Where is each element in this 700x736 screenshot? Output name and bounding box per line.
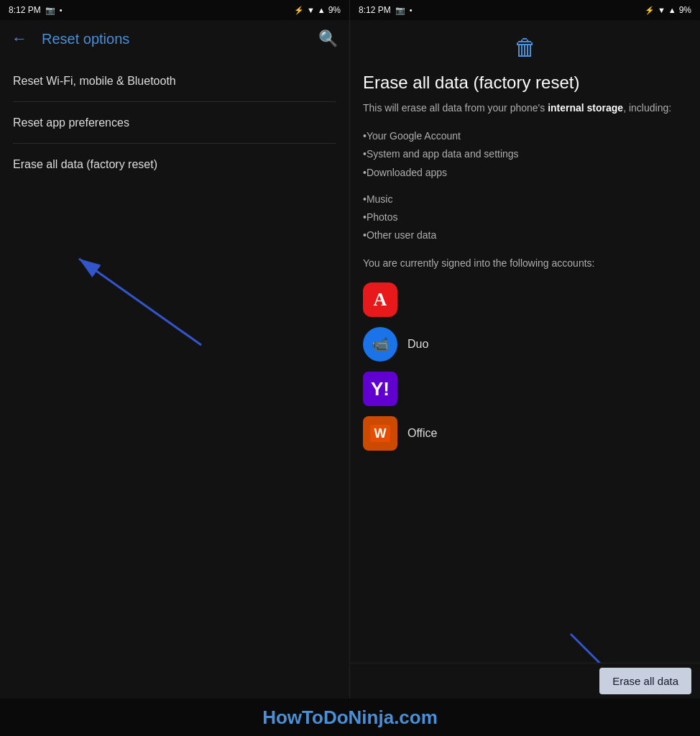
duo-camera-icon: 📹 [372, 336, 390, 353]
right-signal-icon: ▲ [668, 6, 676, 14]
erase-item-photos: •Photos [363, 208, 687, 226]
signal-icon: ▲ [318, 6, 326, 14]
watermark: HowToDoNinja.com [0, 699, 700, 736]
account-icon-duo: 📹 [363, 327, 397, 362]
adobe-letter: A [374, 289, 387, 310]
account-row-office: W Office [363, 416, 687, 451]
right-time: 8:12 PM [359, 5, 391, 15]
account-row-adobe: A [363, 282, 687, 317]
arrow-annotation-left [0, 201, 350, 417]
accounts-intro: You are currently signed into the follow… [363, 256, 687, 271]
erase-list-group2: •Music •Photos •Other user data [363, 190, 687, 245]
erase-desc-bold: internal storage [548, 102, 623, 114]
search-button[interactable]: 🔍 [313, 24, 344, 54]
right-dot-icon: • [410, 6, 413, 14]
app-bar: ← Reset options 🔍 [0, 20, 349, 58]
menu-item-factory-reset-label: Erase all data (factory reset) [13, 158, 157, 170]
erase-desc-prefix: This will erase all data from your phone… [363, 102, 548, 114]
right-status-bar: 8:12 PM 📷 • ⚡ ▼ ▲ 9% [350, 0, 700, 20]
erase-item-system: •System and app data and settings [363, 145, 687, 163]
erase-item-apps: •Downloaded apps [363, 164, 687, 182]
account-icon-yahoo: Y! [363, 372, 397, 406]
erase-item-userdata: •Other user data [363, 226, 687, 244]
left-status-bar: 8:12 PM 📷 • ⚡ ▼ ▲ 9% [0, 0, 349, 20]
account-row-yahoo: Y! [363, 372, 687, 406]
menu-list: Reset Wi-Fi, mobile & Bluetooth Reset ap… [0, 58, 349, 185]
right-screenshot-icon: 📷 [395, 6, 405, 15]
right-panel: 8:12 PM 📷 • ⚡ ▼ ▲ 9% 🗑 Erase all data (f… [350, 0, 700, 699]
erase-description: This will erase all data from your phone… [363, 101, 687, 116]
wifi-icon: ▼ [307, 6, 315, 14]
dot-icon: • [60, 6, 63, 14]
yahoo-letter: Y! [371, 378, 390, 400]
bluetooth-icon: ⚡ [294, 6, 304, 15]
erase-title: Erase all data (factory reset) [363, 71, 687, 93]
account-icon-office: W [363, 416, 397, 451]
account-label-office: Office [407, 427, 438, 440]
erase-desc-suffix: , including: [623, 102, 671, 114]
left-content-area: Reset Wi-Fi, mobile & Bluetooth Reset ap… [0, 58, 349, 699]
accounts-section: You are currently signed into the follow… [363, 256, 687, 451]
left-time: 8:12 PM [9, 5, 41, 15]
left-battery: 9% [328, 5, 341, 15]
page-title: Reset options [42, 31, 304, 47]
right-bluetooth-icon: ⚡ [645, 6, 655, 15]
screenshot-icon: 📷 [45, 6, 55, 15]
account-row-duo: 📹 Duo [363, 327, 687, 362]
svg-line-1 [79, 259, 201, 345]
right-battery: 9% [679, 5, 691, 15]
account-label-duo: Duo [407, 338, 428, 351]
erase-item-google: •Your Google Account [363, 127, 687, 145]
back-button[interactable]: ← [6, 24, 33, 54]
erase-list-group1: •Your Google Account •System and app dat… [363, 127, 687, 182]
office-logo-svg: W [369, 422, 392, 445]
right-wifi-icon: ▼ [658, 6, 666, 14]
menu-item-factory-reset[interactable]: Erase all data (factory reset) [0, 144, 349, 185]
account-icon-adobe: A [363, 282, 397, 317]
erase-all-data-button[interactable]: Erase all data [599, 668, 691, 694]
watermark-text: HowToDoNinja.com [262, 707, 438, 729]
left-panel: 8:12 PM 📷 • ⚡ ▼ ▲ 9% ← Reset options 🔍 R… [0, 0, 350, 699]
menu-item-wifi-reset-label: Reset Wi-Fi, mobile & Bluetooth [13, 75, 176, 87]
right-bottom-bar: Erase all data [350, 663, 700, 699]
svg-text:W: W [374, 426, 387, 441]
trash-icon-container: 🗑 [363, 34, 687, 61]
menu-item-wifi-reset[interactable]: Reset Wi-Fi, mobile & Bluetooth [0, 60, 349, 102]
erase-item-music: •Music [363, 190, 687, 208]
menu-item-app-prefs[interactable]: Reset app preferences [0, 102, 349, 144]
erase-content: 🗑 Erase all data (factory reset) This wi… [350, 20, 700, 663]
trash-icon: 🗑 [514, 34, 537, 60]
menu-item-app-prefs-label: Reset app preferences [13, 116, 129, 129]
